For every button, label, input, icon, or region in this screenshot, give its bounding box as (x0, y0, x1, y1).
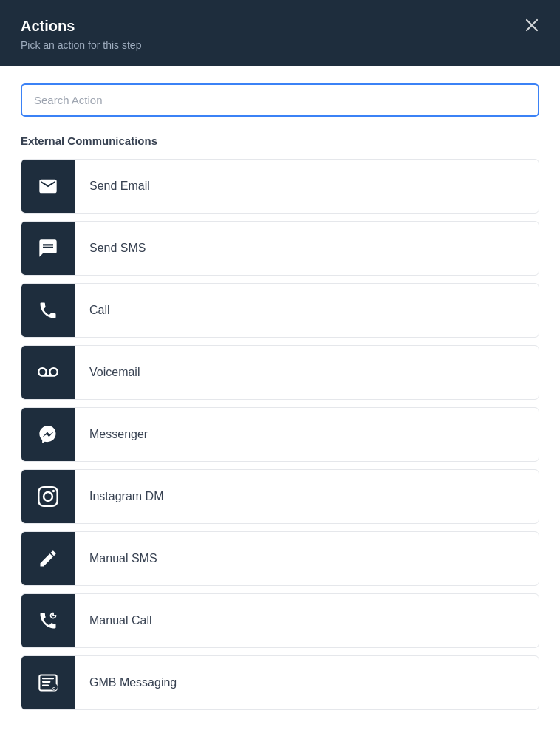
gmb-icon: G (38, 672, 58, 693)
action-item-call[interactable]: Call (21, 283, 539, 338)
action-item-voicemail[interactable]: Voicemail (21, 345, 539, 400)
manual-call-label: Manual Call (75, 614, 166, 627)
call-label: Call (75, 304, 125, 317)
modal-subtitle: Pick an action for this step (21, 39, 141, 51)
action-item-manual-call[interactable]: Manual Call (21, 593, 539, 648)
gmb-messaging-label: GMB Messaging (75, 676, 191, 689)
instagram-dm-label: Instagram DM (75, 490, 178, 503)
manual-sms-icon (38, 548, 58, 569)
messenger-icon (38, 424, 58, 445)
close-icon (525, 18, 539, 33)
action-item-gmb-messaging[interactable]: G GMB Messaging (21, 655, 539, 710)
gmb-icon-bg: G (21, 656, 75, 709)
sms-icon (38, 238, 58, 259)
close-button[interactable] (525, 18, 539, 35)
search-container (21, 83, 539, 117)
manual-sms-label: Manual SMS (75, 552, 172, 565)
header-left: Actions Pick an action for this step (21, 18, 141, 51)
modal-body: External Communications Send Email (0, 66, 560, 733)
external-communications-section: External Communications Send Email (21, 134, 539, 717)
search-input[interactable] (21, 83, 539, 117)
modal-title: Actions (21, 18, 141, 35)
call-icon-bg (21, 284, 75, 337)
action-item-messenger[interactable]: Messenger (21, 407, 539, 462)
send-email-icon-bg (21, 160, 75, 213)
send-email-label: Send Email (75, 180, 165, 193)
action-item-instagram-dm[interactable]: Instagram DM (21, 469, 539, 524)
voicemail-icon (38, 362, 58, 383)
phone-icon (38, 300, 58, 321)
send-sms-label: Send SMS (75, 242, 160, 255)
messenger-label: Messenger (75, 428, 163, 441)
action-item-send-sms[interactable]: Send SMS (21, 221, 539, 276)
voicemail-label: Voicemail (75, 366, 154, 379)
instagram-icon (38, 486, 58, 507)
svg-text:G: G (52, 686, 56, 691)
voicemail-icon-bg (21, 346, 75, 399)
manual-call-icon (38, 610, 58, 631)
send-sms-icon-bg (21, 222, 75, 275)
modal: Actions Pick an action for this step Ext… (0, 0, 560, 733)
action-list: Send Email Send SMS (21, 159, 539, 717)
messenger-icon-bg (21, 408, 75, 461)
action-item-send-email[interactable]: Send Email (21, 159, 539, 214)
manual-sms-icon-bg (21, 532, 75, 585)
section-title-external-communications: External Communications (21, 134, 539, 147)
action-item-manual-sms[interactable]: Manual SMS (21, 531, 539, 586)
email-icon (38, 176, 58, 197)
modal-header: Actions Pick an action for this step (0, 0, 560, 66)
manual-call-icon-bg (21, 594, 75, 647)
instagram-icon-bg (21, 470, 75, 523)
